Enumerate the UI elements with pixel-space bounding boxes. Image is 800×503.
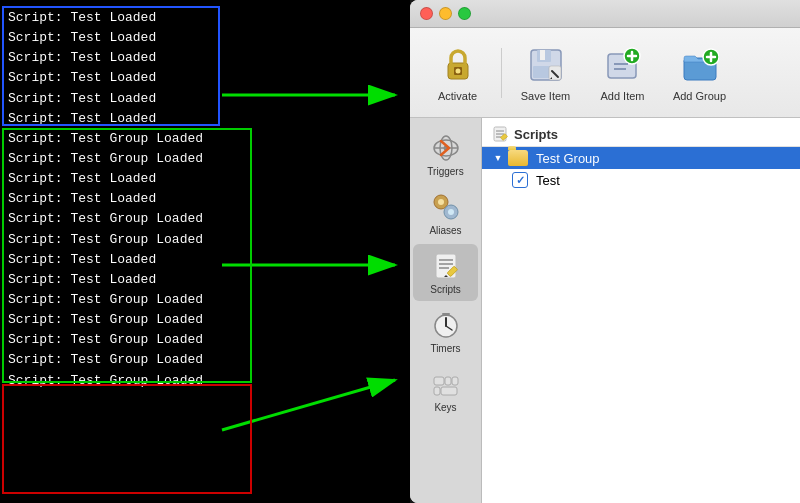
- triggers-icon: [430, 132, 462, 164]
- activate-label: Activate: [438, 90, 477, 102]
- group-label: Test Group: [536, 151, 600, 166]
- keys-icon: [430, 368, 462, 400]
- add-group-label: Add Group: [673, 90, 726, 102]
- terminal-line: Script: Test Loaded: [8, 48, 402, 68]
- lock-icon: [437, 44, 479, 86]
- sidebar-item-keys[interactable]: Keys: [413, 362, 478, 419]
- terminal-line: Script: Test Loaded: [8, 89, 402, 109]
- sidebar-item-timers[interactable]: Timers: [413, 303, 478, 360]
- terminal-line: Script: Test Group Loaded: [8, 129, 402, 149]
- terminal-line: Script: Test Group Loaded: [8, 149, 402, 169]
- toolbar-separator-1: [501, 48, 502, 98]
- svg-rect-46: [434, 387, 440, 395]
- terminal-line: Script: Test Group Loaded: [8, 209, 402, 229]
- tree-row-test-group[interactable]: ▼ Test Group: [482, 147, 800, 169]
- save-item-icon: [525, 44, 567, 86]
- toolbar: Activate Save Item: [410, 28, 800, 118]
- terminal-line: Script: Test Group Loaded: [8, 290, 402, 310]
- terminal-line: Script: Test Loaded: [8, 169, 402, 189]
- svg-rect-9: [540, 50, 545, 60]
- scripts-label: Scripts: [430, 284, 461, 295]
- svg-point-31: [448, 209, 454, 215]
- expand-triangle: ▼: [492, 152, 504, 164]
- terminal-line: Script: Test Group Loaded: [8, 371, 402, 391]
- timers-label: Timers: [430, 343, 460, 354]
- tree-header: Scripts: [482, 118, 800, 147]
- scripts-icon: [430, 250, 462, 282]
- close-button[interactable]: [420, 7, 433, 20]
- folder-icon: [508, 150, 528, 166]
- panel: Activate Save Item: [410, 0, 800, 503]
- add-group-icon: [679, 44, 721, 86]
- terminal-line: Script: Test Loaded: [8, 28, 402, 48]
- minimize-button[interactable]: [439, 7, 452, 20]
- add-group-button[interactable]: Add Group: [662, 35, 737, 110]
- checkbox-icon[interactable]: [512, 172, 528, 188]
- main-content: Triggers Aliases: [410, 118, 800, 503]
- svg-rect-45: [452, 377, 458, 385]
- activate-button[interactable]: Activate: [420, 35, 495, 110]
- terminal-line: Script: Test Group Loaded: [8, 350, 402, 370]
- script-header-icon: [492, 126, 508, 142]
- tree-row-test[interactable]: Test: [482, 169, 800, 191]
- terminal-line: Script: Test Loaded: [8, 8, 402, 28]
- sidebar-item-scripts[interactable]: Scripts: [413, 244, 478, 301]
- aliases-label: Aliases: [429, 225, 461, 236]
- titlebar: [410, 0, 800, 28]
- maximize-button[interactable]: [458, 7, 471, 20]
- sidebar-item-triggers[interactable]: Triggers: [413, 126, 478, 183]
- terminal-line: Script: Test Loaded: [8, 270, 402, 290]
- terminal-line: Script: Test Loaded: [8, 189, 402, 209]
- timers-icon: [430, 309, 462, 341]
- keys-label: Keys: [434, 402, 456, 413]
- terminal-line: Script: Test Loaded: [8, 250, 402, 270]
- tree-area: Scripts ▼ Test Group Test: [482, 118, 800, 503]
- terminal-line: Script: Test Loaded: [8, 68, 402, 88]
- svg-rect-47: [441, 387, 457, 395]
- sidebar: Triggers Aliases: [410, 118, 482, 503]
- svg-point-29: [438, 199, 444, 205]
- add-item-button[interactable]: Add Item: [585, 35, 660, 110]
- svg-point-6: [455, 68, 460, 73]
- add-item-icon: [602, 44, 644, 86]
- terminal-line: Script: Test Group Loaded: [8, 310, 402, 330]
- add-item-label: Add Item: [600, 90, 644, 102]
- terminal: Script: Test LoadedScript: Test LoadedSc…: [0, 0, 410, 503]
- aliases-icon: [430, 191, 462, 223]
- svg-rect-43: [434, 377, 444, 385]
- save-item-button[interactable]: Save Item: [508, 35, 583, 110]
- save-item-label: Save Item: [521, 90, 571, 102]
- svg-rect-44: [445, 377, 451, 385]
- terminal-line: Script: Test Group Loaded: [8, 330, 402, 350]
- terminal-line: Script: Test Group Loaded: [8, 230, 402, 250]
- triggers-label: Triggers: [427, 166, 463, 177]
- terminal-line: Script: Test Loaded: [8, 109, 402, 129]
- sidebar-item-aliases[interactable]: Aliases: [413, 185, 478, 242]
- tree-header-label: Scripts: [514, 127, 558, 142]
- item-label: Test: [536, 173, 560, 188]
